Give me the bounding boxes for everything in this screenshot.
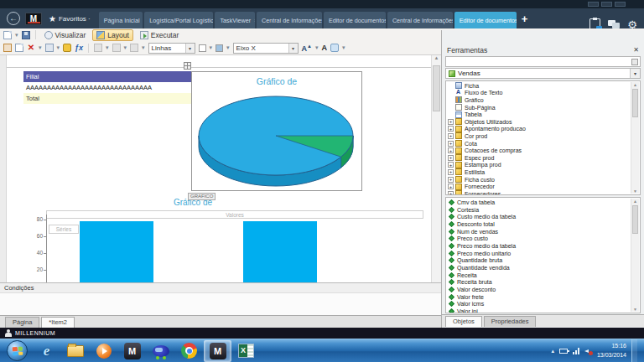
tree-item[interactable]: Sub-Página (448, 104, 630, 111)
field-item[interactable]: Preco custo (449, 235, 630, 242)
font-grow-button[interactable]: A▲ (302, 44, 312, 53)
linhas-combo[interactable]: Linhas ▾ (148, 43, 195, 54)
visualizar-button[interactable]: Visualizar (41, 30, 90, 40)
browser-tab[interactable]: Editor de documentos × (454, 12, 517, 28)
battery-icon[interactable] (559, 349, 568, 354)
key-icon[interactable] (63, 44, 71, 52)
window-minimize-button[interactable] (588, 2, 599, 7)
field-item[interactable]: Cmv da tabela (449, 199, 630, 206)
export-dropdown-icon[interactable]: ▾ (57, 44, 60, 51)
window-close-button[interactable] (615, 2, 626, 7)
tree-scrollbar[interactable]: ▲ ▼ (631, 82, 639, 194)
network-icon[interactable] (573, 348, 579, 354)
new-document-dropdown-icon[interactable]: ▾ (15, 32, 18, 39)
new-tab-button[interactable]: + (522, 13, 528, 25)
tree-item[interactable]: Fornecedores (448, 190, 630, 195)
field-item[interactable]: Receita bruta (449, 279, 630, 287)
tools-search-input[interactable] (445, 56, 641, 67)
border-dropdown-icon[interactable]: ▾ (142, 44, 145, 51)
browser-tab[interactable]: Página Inicial × (99, 12, 143, 28)
expand-icon[interactable] (448, 155, 454, 161)
save-icon[interactable] (22, 31, 30, 39)
dataset-select[interactable]: Vendas ▾ (445, 68, 641, 79)
show-desktop-button[interactable] (631, 339, 637, 362)
tree-item[interactable]: Estampa prod (448, 162, 630, 169)
pie-chart-object[interactable]: Gráfico de (191, 71, 362, 191)
formula-icon[interactable]: ƒx (75, 44, 83, 52)
line-color-swatch[interactable] (199, 44, 206, 52)
expand-icon[interactable] (448, 162, 454, 168)
scroll-up-icon[interactable]: ▲ (633, 199, 637, 204)
export-icon[interactable] (45, 44, 54, 52)
browser-tab[interactable]: Editor de documentos × (324, 12, 386, 28)
expand-icon[interactable] (448, 191, 454, 195)
scroll-up-icon[interactable]: ▲ (434, 55, 439, 60)
layout-button[interactable]: Layout (92, 29, 133, 41)
field-item[interactable]: Quantidade bruta (449, 257, 630, 265)
panel-tab[interactable]: Objetos (445, 316, 482, 327)
scroll-down-icon[interactable]: ▼ (631, 189, 639, 194)
expand-icon[interactable] (448, 147, 454, 153)
condicoes-title[interactable]: Condições (0, 283, 441, 293)
text-fill-dropdown-icon[interactable]: ▾ (342, 44, 345, 51)
import-icon[interactable] (3, 44, 12, 52)
sort-dropdown-icon[interactable]: ▾ (106, 44, 109, 51)
eixo-combo[interactable]: Eixo X ▾ (233, 43, 299, 54)
tree-item[interactable]: Cotacoes de compras (448, 147, 630, 154)
field-item[interactable]: Quantidade vendida (449, 264, 630, 272)
taskbar-tile[interactable] (232, 340, 260, 362)
tree-item[interactable]: Estilista (448, 168, 630, 176)
field-item[interactable]: Custo medio da tabela (449, 213, 630, 220)
field-item[interactable]: Desconto total (449, 220, 630, 228)
tray-clock[interactable]: 15:16 13/03/2014 (597, 342, 626, 359)
tray-expand-icon[interactable]: ▴ (551, 348, 554, 354)
expand-icon[interactable] (448, 141, 454, 147)
field-item[interactable]: Valor frete (449, 293, 630, 301)
table-move-handle-icon[interactable] (184, 62, 191, 70)
field-item[interactable]: Valor ipi (449, 308, 630, 313)
expand-icon[interactable] (448, 169, 454, 175)
browser-tab[interactable]: Logística/Portal Logística × (144, 12, 213, 28)
tree-item[interactable]: Objetos Utilizados (448, 118, 630, 126)
tree-item[interactable]: Tabela (448, 111, 630, 118)
scrollbar-thumb[interactable] (433, 65, 440, 111)
tree-item[interactable]: Fornecedor (448, 183, 630, 190)
taskbar-tile[interactable] (147, 340, 174, 362)
align-icon[interactable] (112, 44, 121, 52)
browser-tab[interactable]: TaskViewer × (215, 12, 255, 28)
favorites-menu[interactable]: ★ Favoritos · (49, 14, 91, 23)
tree-item[interactable]: Apontamento producao (448, 126, 630, 133)
expand-icon[interactable] (448, 133, 454, 139)
taskbar-tile[interactable]: M (118, 340, 146, 362)
bar-series-1[interactable] (243, 221, 317, 282)
scrollbar-thumb[interactable] (632, 89, 638, 117)
browser-tab[interactable]: Central de Informações × (387, 12, 453, 28)
expand-icon[interactable] (448, 184, 454, 189)
scroll-up-icon[interactable]: ▲ (633, 82, 637, 87)
expand-icon[interactable] (448, 119, 454, 125)
delete-dropdown-icon[interactable]: ▾ (39, 44, 42, 51)
close-icon[interactable]: ✕ (633, 46, 639, 54)
line-color-dropdown-icon[interactable]: ▾ (210, 44, 213, 51)
taskbar-tile[interactable]: e (33, 340, 60, 362)
document-tab[interactable]: *Item2 (41, 317, 75, 328)
fields-scrollbar[interactable]: ▲ ▼ (631, 199, 639, 312)
tree-item[interactable]: Ficha custo (448, 176, 630, 184)
field-item[interactable]: Preco medio da tabela (449, 242, 630, 250)
document-scrollbar[interactable]: ▲ (431, 55, 441, 282)
field-item[interactable]: Preco medio unitario (449, 250, 630, 257)
taskbar-tile[interactable] (90, 340, 117, 362)
fill-color-dropdown-icon[interactable]: ▾ (226, 44, 230, 51)
tree-item[interactable]: Gráfico (448, 96, 630, 104)
text-fill-icon[interactable] (330, 44, 339, 52)
dataset-dropdown-icon[interactable]: ▾ (630, 69, 640, 78)
tree-item[interactable]: Espec prod (448, 154, 630, 162)
new-document-icon[interactable] (3, 31, 12, 39)
scrollbar-thumb[interactable] (632, 205, 638, 234)
volume-icon[interactable] (584, 348, 592, 354)
taskbar-tile[interactable]: M (204, 340, 231, 362)
font-grow-dropdown-icon[interactable]: ▾ (315, 44, 319, 51)
delete-icon[interactable]: ✕ (27, 44, 35, 52)
window-maximize-button[interactable] (601, 2, 612, 7)
back-button[interactable]: ← (7, 12, 20, 25)
